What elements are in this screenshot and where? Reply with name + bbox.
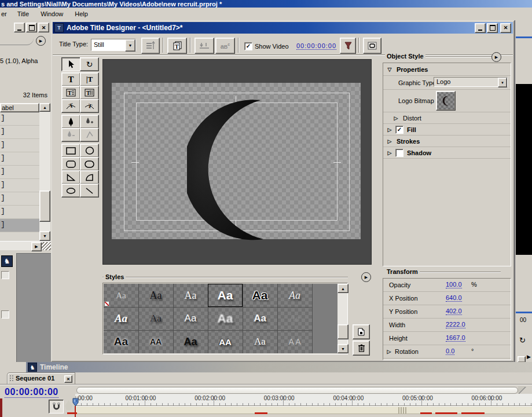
- convert-anchor-point-tool[interactable]: [80, 128, 99, 142]
- clipped-corner-rectangle-tool[interactable]: [80, 157, 99, 171]
- close-tab-button[interactable]: ✕: [64, 375, 72, 383]
- delete-anchor-point-tool[interactable]: [61, 128, 80, 142]
- vertical-type-tool[interactable]: |T: [80, 72, 99, 86]
- roll-crawl-options-button[interactable]: [141, 38, 160, 54]
- pen-tool[interactable]: [61, 115, 80, 129]
- transform-value[interactable]: 640.0: [446, 294, 462, 302]
- transform-value[interactable]: 1667.0: [446, 334, 465, 342]
- transform-value[interactable]: 0.0: [446, 348, 454, 355]
- oval-tool[interactable]: [61, 184, 80, 197]
- crescent-logo-object[interactable]: [187, 94, 268, 245]
- scroll-up-button[interactable]: ▲: [337, 284, 348, 293]
- resize-grip[interactable]: [42, 242, 51, 250]
- sequence-tab[interactable]: Sequence 01 ✕: [7, 372, 75, 384]
- graphic-type-dropdown[interactable]: Logo▼: [434, 77, 508, 87]
- designer-titlebar[interactable]: T Adobe Title Designer - <Untitled7>* ✕: [53, 22, 513, 34]
- minimize-button[interactable]: [14, 23, 25, 32]
- expand-triangle-icon[interactable]: ▷: [386, 349, 392, 354]
- style-swatch[interactable]: Aa: [104, 307, 139, 331]
- vertical-area-type-tool[interactable]: T: [80, 86, 99, 100]
- object-style-row-fill[interactable]: ▷✓Fill: [383, 124, 511, 136]
- scroll-right-button[interactable]: ▶: [31, 242, 42, 251]
- vertical-scrollbar[interactable]: ▼: [39, 112, 50, 241]
- project-row[interactable]: ]: [0, 219, 39, 232]
- menu-item-window[interactable]: Window: [35, 9, 69, 19]
- dropdown-arrow-button[interactable]: ▼: [125, 39, 135, 52]
- rotation-tool[interactable]: ↻: [80, 57, 99, 71]
- viewing-area-bar[interactable]: [76, 387, 518, 394]
- transform-value[interactable]: 100.0: [446, 281, 462, 288]
- styles-menu-button[interactable]: ▶: [361, 272, 371, 282]
- expand-triangle-icon[interactable]: ▷: [386, 138, 393, 144]
- expand-triangle-icon[interactable]: ▷: [386, 150, 393, 156]
- minimize-button[interactable]: [475, 23, 486, 33]
- menu-item-marker[interactable]: er: [0, 9, 12, 19]
- object-style-row-properties[interactable]: ▽Properties: [383, 63, 511, 76]
- project-row[interactable]: ]: [0, 126, 39, 139]
- panel-menu-button[interactable]: ▶: [36, 36, 46, 46]
- style-swatch[interactable]: Aa: [277, 284, 313, 308]
- show-video-checkbox[interactable]: ✓: [244, 42, 252, 50]
- close-button[interactable]: ✕: [500, 23, 511, 33]
- play-icon[interactable]: ▶: [527, 354, 531, 360]
- object-style-row-shadow[interactable]: ▷Shadow: [383, 147, 511, 159]
- collapse-triangle-icon[interactable]: ▽: [386, 67, 393, 72]
- word-wrap-button[interactable]: aBc: [215, 38, 235, 54]
- send-frame-button[interactable]: [363, 38, 381, 54]
- project-row[interactable]: ]: [0, 192, 39, 206]
- style-swatch[interactable]: Aa: [243, 330, 278, 353]
- style-swatch[interactable]: AA: [138, 330, 174, 353]
- maximize-button[interactable]: [26, 23, 37, 32]
- scroll-down-button[interactable]: ▼: [337, 344, 348, 353]
- scroll-down-button[interactable]: ▼: [39, 231, 50, 241]
- templates-button[interactable]: T: [167, 38, 187, 54]
- style-swatch[interactable]: A A: [277, 330, 313, 353]
- project-row[interactable]: ]: [0, 139, 39, 152]
- logo-bitmap-thumbnail[interactable]: [436, 91, 456, 111]
- style-swatch[interactable]: Aa: [208, 307, 243, 331]
- sync-to-timeline-button[interactable]: [340, 38, 356, 54]
- vertical-path-type-tool[interactable]: T: [80, 99, 99, 113]
- close-button[interactable]: ✕: [38, 23, 49, 32]
- expand-triangle-icon[interactable]: ▷: [386, 127, 393, 133]
- expand-triangle-icon[interactable]: ▷: [392, 115, 399, 121]
- project-row[interactable]: ]: [0, 206, 39, 219]
- scrollbar-thumb[interactable]: [39, 191, 50, 222]
- strip-widget[interactable]: [1, 310, 9, 319]
- add-anchor-point-tool[interactable]: [80, 115, 99, 129]
- title-type-dropdown[interactable]: Still ▼: [91, 39, 136, 51]
- transform-value[interactable]: 402.0: [446, 308, 462, 315]
- style-swatch[interactable]: Aa: [173, 330, 208, 353]
- object-style-row-logo-bitmap[interactable]: Logo Bitmap: [383, 90, 511, 112]
- project-row[interactable]: ]: [0, 166, 39, 179]
- menu-item-help[interactable]: Help: [69, 9, 94, 19]
- menu-item-title[interactable]: Title: [12, 9, 35, 19]
- style-swatch[interactable]: Aa: [138, 284, 174, 308]
- selection-tool[interactable]: [61, 57, 80, 71]
- style-swatch[interactable]: Aa: [243, 284, 278, 308]
- loop-icon[interactable]: ↻: [519, 336, 526, 345]
- strip-widget[interactable]: [1, 271, 9, 279]
- project-item-list[interactable]: ]]]]]]]]]: [0, 112, 39, 241]
- style-swatch[interactable]: Aa: [104, 330, 139, 353]
- timeline-titlebar[interactable]: ♞ Timeline: [26, 362, 532, 372]
- project-row[interactable]: ]: [0, 112, 39, 126]
- project-row[interactable]: ]: [0, 152, 39, 166]
- arc-tool[interactable]: [80, 170, 99, 184]
- object-style-menu-button[interactable]: ▶: [491, 52, 501, 62]
- chevron-down-icon[interactable]: ▼: [498, 78, 507, 87]
- line-tool[interactable]: [80, 184, 99, 197]
- tab-stops-button[interactable]: [195, 38, 214, 54]
- path-type-tool[interactable]: T: [61, 99, 80, 113]
- style-swatch[interactable]: Aa: [138, 307, 174, 331]
- style-swatch[interactable]: Aa: [173, 307, 208, 331]
- fill-checkbox[interactable]: ✓: [395, 126, 403, 134]
- style-swatch[interactable]: AA: [208, 330, 243, 353]
- delete-style-button[interactable]: [353, 341, 370, 356]
- scroll-up-button[interactable]: ▲: [39, 103, 50, 112]
- project-row[interactable]: ]: [0, 179, 39, 192]
- rectangle-tool[interactable]: [61, 144, 80, 158]
- work-area-handle[interactable]: [398, 407, 406, 414]
- project-row[interactable]: [0, 232, 39, 241]
- shadow-checkbox[interactable]: [395, 149, 403, 157]
